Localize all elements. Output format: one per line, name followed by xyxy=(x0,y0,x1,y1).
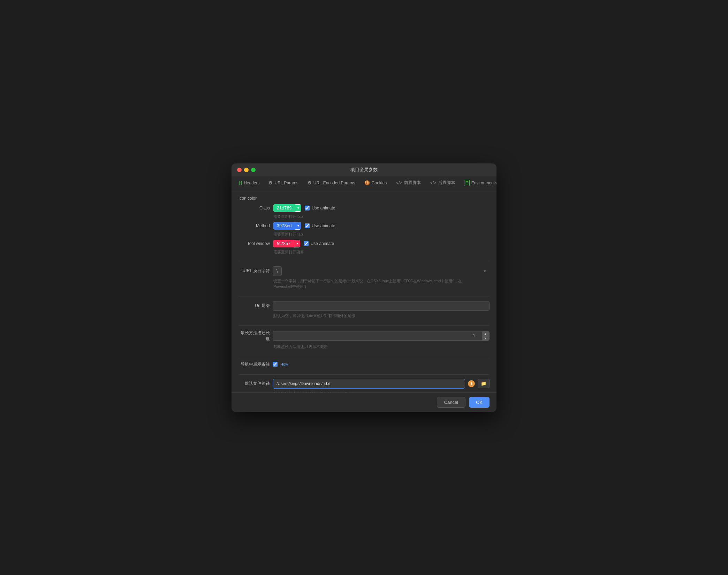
tab-cookies-label: Cookies xyxy=(372,181,387,185)
url-params-icon: ⚙ xyxy=(268,180,273,185)
length-stepper: ▲ ▼ xyxy=(482,331,489,340)
class-color-swatch: 21d789 xyxy=(273,204,295,212)
length-decrement-button[interactable]: ▼ xyxy=(482,336,489,340)
tab-headers-label: Headers xyxy=(244,181,259,185)
traffic-lights xyxy=(237,168,256,172)
curl-select-wrapper: \ ▾ xyxy=(273,266,490,276)
class-hint: 需要重新打开 tab xyxy=(273,214,490,219)
max-length-row: 最长方法描述长度 ▲ ▼ xyxy=(238,330,490,342)
headers-icon: H xyxy=(238,180,242,186)
tab-url-encoded-label: URL-Encoded Params xyxy=(313,181,355,185)
tab-url-params[interactable]: ⚙ URL Params xyxy=(264,177,302,190)
folder-icon: 📁 xyxy=(481,381,486,386)
nav-remark-row: 导航中展示备注 How xyxy=(238,361,490,367)
tabbar: H Headers ⚙ URL Params ⚙ URL-Encoded Par… xyxy=(232,176,496,190)
curl-section: cURL 换行字符 \ ▾ 设置一个字符，用于标记下一行语句的延续(一般来说，在… xyxy=(238,266,490,290)
tool-animate-checkbox-wrapper[interactable]: Use animate xyxy=(304,241,334,246)
max-length-section: 最长方法描述长度 ▲ ▼ 截断超长方法描述,-1表示不截断 xyxy=(238,330,490,350)
divider-3 xyxy=(238,325,490,326)
tab-environments[interactable]: E Environments xyxy=(460,176,496,190)
class-animate-checkbox-wrapper[interactable]: Use animate xyxy=(305,206,335,210)
method-hint: 需要重新打开 tab xyxy=(273,232,490,237)
class-color-arrow: ▾ xyxy=(295,205,301,211)
close-button[interactable] xyxy=(237,168,242,172)
url-suffix-description: 默认为空，可以使用.do来使URL获得额外的尾缀 xyxy=(273,313,490,319)
file-path-badge: 1 xyxy=(468,380,475,387)
nav-remark-checkbox[interactable] xyxy=(273,362,278,367)
curl-label: cURL 换行字符 xyxy=(238,268,270,274)
file-path-row: 默认文件路径 1 📁 xyxy=(238,379,490,389)
method-color-arrow: ▾ xyxy=(295,222,301,229)
length-increment-button[interactable]: ▲ xyxy=(482,331,489,336)
dialog-footer: Cancel OK xyxy=(232,392,496,412)
tab-pre-script[interactable]: </> 前置脚本 xyxy=(392,176,425,190)
pre-script-icon: </> xyxy=(396,180,402,185)
tab-headers[interactable]: H Headers xyxy=(234,177,264,190)
environments-icon: E xyxy=(464,180,470,186)
method-label: Method xyxy=(238,223,270,228)
maximize-button[interactable] xyxy=(251,168,256,172)
divider-1 xyxy=(238,262,490,262)
how-link[interactable]: How xyxy=(280,362,288,366)
method-animate-checkbox[interactable] xyxy=(305,223,310,228)
class-animate-checkbox[interactable] xyxy=(305,206,310,210)
cookies-icon: 🍪 xyxy=(364,180,370,185)
method-row: Method 3978ed ▾ Use animate xyxy=(238,222,490,230)
method-color-button[interactable]: 3978ed ▾ xyxy=(273,222,301,230)
curl-row: cURL 换行字符 \ ▾ xyxy=(238,266,490,276)
tab-post-script[interactable]: </> 后置脚本 xyxy=(426,176,459,190)
class-color-button[interactable]: 21d789 ▾ xyxy=(273,204,301,212)
tab-url-params-label: URL Params xyxy=(274,181,298,185)
nav-remark-section: 导航中展示备注 How xyxy=(238,361,490,367)
file-path-input[interactable] xyxy=(273,379,465,389)
url-encoded-icon: ⚙ xyxy=(308,180,312,185)
nav-remark-label: 导航中展示备注 xyxy=(238,361,270,367)
max-length-description: 截断超长方法描述,-1表示不截断 xyxy=(273,344,490,350)
divider-2 xyxy=(238,297,490,297)
titlebar: 项目全局参数 xyxy=(232,163,496,176)
tab-cookies[interactable]: 🍪 Cookies xyxy=(360,177,391,190)
tool-animate-label: Use animate xyxy=(311,241,334,246)
icon-color-label: Icon color xyxy=(238,196,490,201)
method-animate-checkbox-wrapper[interactable]: Use animate xyxy=(305,223,335,228)
tab-environments-label: Environments xyxy=(471,181,496,185)
ok-button[interactable]: OK xyxy=(469,397,490,408)
tool-window-hint: 需要重新打开项目 xyxy=(273,250,490,255)
class-label: Class xyxy=(238,206,270,210)
minimize-button[interactable] xyxy=(244,168,249,172)
content-area: Icon color Class 21d789 ▾ Use animate 需要… xyxy=(232,190,496,392)
post-script-icon: </> xyxy=(430,180,437,185)
tab-url-encoded[interactable]: ⚙ URL-Encoded Params xyxy=(303,177,359,190)
max-length-wrapper: ▲ ▼ xyxy=(273,331,490,341)
curl-select[interactable]: \ xyxy=(273,266,282,276)
dialog: 项目全局参数 H Headers ⚙ URL Params ⚙ URL-Enco… xyxy=(232,163,496,412)
method-color-swatch: 3978ed xyxy=(273,222,295,230)
curl-arrow-icon: ▾ xyxy=(484,269,486,273)
url-suffix-section: Url 尾缀 默认为空，可以使用.do来使URL获得额外的尾缀 xyxy=(238,301,490,319)
url-suffix-row: Url 尾缀 xyxy=(238,301,490,311)
url-suffix-input[interactable] xyxy=(273,301,490,311)
url-suffix-label: Url 尾缀 xyxy=(238,303,270,309)
tool-window-color-arrow: ▾ xyxy=(294,240,300,247)
cancel-button[interactable]: Cancel xyxy=(437,397,465,408)
file-browse-button[interactable]: 📁 xyxy=(478,379,490,388)
tab-post-script-label: 后置脚本 xyxy=(438,180,455,186)
max-length-label: 最长方法描述长度 xyxy=(238,330,270,342)
divider-4 xyxy=(238,357,490,357)
tool-window-label: Tool window xyxy=(238,241,270,246)
class-row: Class 21d789 ▾ Use animate xyxy=(238,204,490,212)
max-length-input[interactable] xyxy=(273,331,490,341)
tool-window-color-swatch: fe2857 xyxy=(273,240,294,247)
tool-window-color-button[interactable]: fe2857 ▾ xyxy=(273,240,300,247)
method-animate-label: Use animate xyxy=(312,223,335,228)
tool-window-row: Tool window fe2857 ▾ Use animate xyxy=(238,240,490,247)
file-path-section: 默认文件路径 1 📁 附件字段的本地文件路径，例如/Users/xxx/fr.t… xyxy=(238,379,490,392)
file-path-label: 默认文件路径 xyxy=(238,381,270,386)
tab-pre-script-label: 前置脚本 xyxy=(404,180,421,186)
class-animate-label: Use animate xyxy=(312,206,335,210)
dialog-title: 项目全局参数 xyxy=(350,167,378,173)
tool-animate-checkbox[interactable] xyxy=(304,241,309,246)
curl-description: 设置一个字符，用于标记下一行语句的延续(一般来说，在OSX/Linux上使用\u… xyxy=(273,278,490,290)
nav-remark-checkbox-wrapper[interactable] xyxy=(273,362,278,367)
icon-color-section: Icon color Class 21d789 ▾ Use animate 需要… xyxy=(238,196,490,255)
